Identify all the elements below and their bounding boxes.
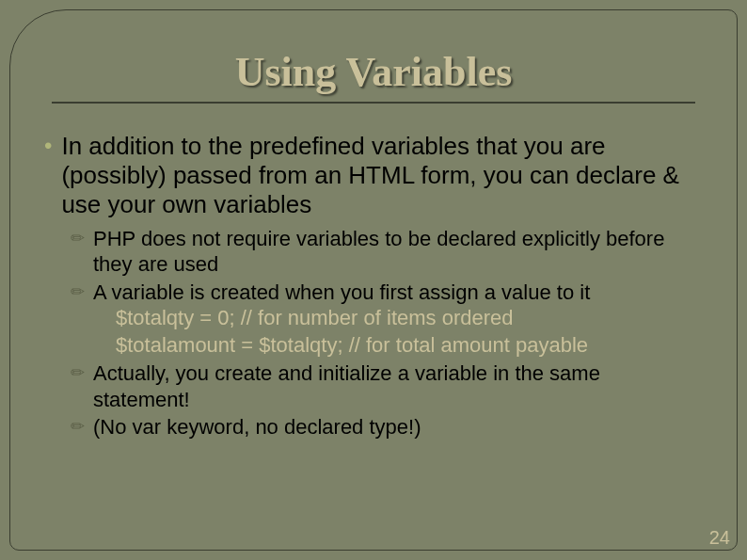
sub-item-text: (No var keyword, no declared type!) xyxy=(93,414,421,440)
sub-item-text: A variable is created when you first ass… xyxy=(93,280,590,306)
sub-list: ✏ PHP does not require variables to be d… xyxy=(71,226,699,440)
sub-item-text: PHP does not require variables to be dec… xyxy=(93,226,699,278)
code-block: $totalqty = 0; // for number of items or… xyxy=(116,305,699,359)
sub-item: ✏ Actually, you create and initialize a … xyxy=(71,360,699,412)
slide-frame: Using Variables • In addition to the pre… xyxy=(9,9,738,551)
main-bullet-text: In addition to the predefined variables … xyxy=(61,132,699,220)
sub-item: ✏ PHP does not require variables to be d… xyxy=(71,226,699,278)
sub-bullet-icon: ✏ xyxy=(71,226,87,250)
sub-bullet-icon: ✏ xyxy=(71,360,87,385)
sub-item: ✏ A variable is created when you first a… xyxy=(71,280,699,306)
code-line: $totalamount = $totalqty; // for total a… xyxy=(116,332,699,360)
sub-bullet-icon: ✏ xyxy=(71,414,87,439)
code-line: $totalqty = 0; // for number of items or… xyxy=(116,305,699,332)
page-number: 24 xyxy=(709,527,730,549)
main-bullet: • In addition to the predefined variable… xyxy=(48,132,699,220)
sub-bullet-icon: ✏ xyxy=(71,280,87,304)
sub-item-text: Actually, you create and initialize a va… xyxy=(93,360,699,412)
slide-title: Using Variables xyxy=(52,48,695,104)
sub-item: ✏ (No var keyword, no declared type!) xyxy=(71,414,699,440)
bullet-icon: • xyxy=(44,132,52,160)
